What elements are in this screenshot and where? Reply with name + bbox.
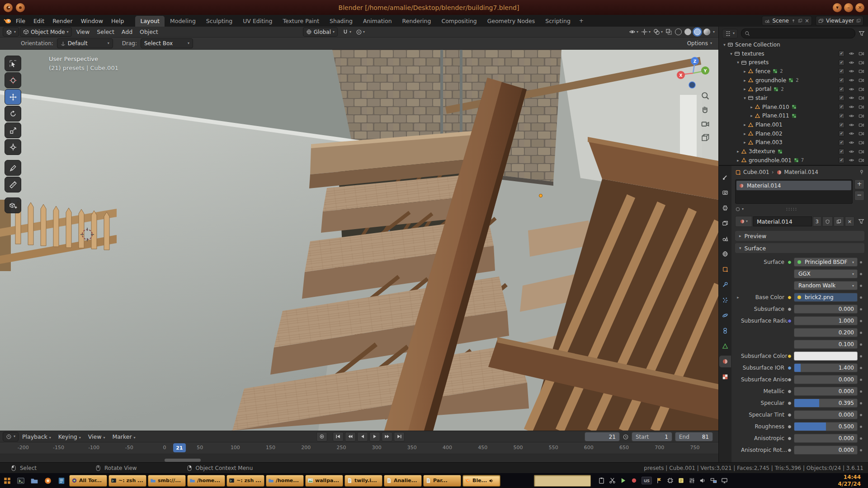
tray-clipboard-icon[interactable] [598, 477, 605, 484]
shade-window-button[interactable]: ▾ [833, 3, 842, 12]
taskbar-button-zsh[interactable]: ~: zsh ... [108, 475, 146, 487]
add-workspace-button[interactable]: + [576, 16, 587, 26]
viewport-menu-select[interactable]: Select [93, 28, 118, 35]
frame-start-field[interactable]: Start1 [632, 432, 672, 441]
snap-controls[interactable]: ▾ [342, 29, 351, 35]
outliner-search-input[interactable] [741, 28, 855, 38]
new-material-button[interactable] [834, 216, 844, 226]
auto-keying-toggle[interactable] [316, 432, 327, 441]
properties-tab-modifiers[interactable] [719, 279, 731, 291]
hide-eye-icon[interactable] [849, 104, 854, 110]
filter-icon[interactable] [859, 30, 865, 37]
slot-specials-icon[interactable] [735, 206, 741, 212]
current-frame-field[interactable]: 21 [585, 432, 620, 441]
tray-volume-icon[interactable] [699, 477, 706, 484]
viewport-menu-view[interactable]: View [73, 28, 94, 35]
properties-tab-tool[interactable] [719, 171, 731, 183]
outliner-row-presets[interactable]: ▾presets✓ [719, 58, 868, 67]
taskbar-button-alltor[interactable]: All Tor... [69, 475, 107, 487]
tool-measure-button[interactable] [5, 177, 21, 192]
jump-to-start-button[interactable] [333, 432, 344, 441]
checkbox-icon[interactable]: ✓ [839, 51, 844, 56]
outliner-row-textures[interactable]: ▾textures✓ [719, 49, 868, 58]
animate-dot[interactable] [858, 273, 864, 275]
outliner-row-stair[interactable]: ▾stair✓ [719, 94, 868, 103]
disable-render-icon[interactable] [859, 140, 864, 145]
tool-scale-button[interactable] [5, 122, 21, 138]
properties-tab-data[interactable] [719, 340, 731, 352]
menu-render[interactable]: Render [48, 15, 77, 27]
properties-tab-object[interactable] [719, 263, 731, 275]
property-field[interactable]: 0.395 [794, 399, 858, 408]
material-slot-list[interactable]: Material.014 [735, 179, 853, 204]
viewport-menu-object[interactable]: Object [136, 28, 162, 35]
disable-render-icon[interactable] [859, 131, 864, 136]
animate-dot[interactable] [858, 367, 864, 369]
tray-record-icon[interactable] [631, 477, 637, 484]
expander-icon[interactable]: ▸ [742, 140, 748, 145]
tool-rotate-button[interactable] [5, 106, 21, 122]
shading-material-button[interactable] [694, 28, 701, 35]
tab-animation[interactable]: Animation [358, 16, 397, 27]
tab-modeling[interactable]: Modeling [165, 16, 201, 27]
hide-eye-icon[interactable] [849, 77, 854, 83]
fake-user-button[interactable] [822, 216, 833, 226]
titlebar[interactable]: Blender [/home/amalie/Desktop/blender/bu… [0, 0, 868, 15]
animate-dot[interactable] [858, 261, 864, 263]
tool-options-dropdown[interactable]: Options ▾ [687, 40, 712, 47]
tab-uv-editing[interactable]: UV Editing [238, 16, 277, 27]
animate-dot[interactable] [858, 414, 864, 416]
hide-eye-icon[interactable] [849, 140, 854, 145]
property-field[interactable]: 1.400 [794, 363, 858, 372]
property-field[interactable]: GGX▾ [794, 269, 858, 278]
hide-eye-icon[interactable] [849, 68, 854, 74]
viewport-3d[interactable]: User Perspective (21) presets | Cube.001… [0, 50, 718, 431]
pan-hand-icon[interactable] [701, 105, 710, 114]
disable-render-icon[interactable] [859, 104, 864, 110]
tool-cursor-button[interactable] [5, 72, 21, 88]
jump-to-end-button[interactable] [394, 432, 405, 441]
ortho-toggle-icon[interactable] [701, 133, 710, 142]
expander-icon[interactable]: ▸ [742, 122, 748, 127]
shading-rendered-button[interactable] [703, 28, 710, 35]
properties-tab-view-layer[interactable] [719, 217, 731, 229]
gizmos-dropdown[interactable]: ▾ [641, 28, 651, 35]
outliner-row-3dtexture[interactable]: ▸3dtexture✓ [719, 147, 868, 156]
surface-panel-header[interactable]: ▾Surface [735, 243, 864, 253]
mode-selector[interactable]: Object Mode ▾ [20, 27, 72, 37]
drag-setting-dropdown[interactable]: Select Box ▾ [141, 38, 193, 48]
checkbox-icon[interactable]: ✓ [839, 157, 844, 163]
start-menu-icon[interactable] [0, 474, 14, 487]
animate-dot[interactable] [858, 320, 864, 322]
outliner-row-plane-010[interactable]: ▸Plane.010✓ [719, 103, 868, 112]
disable-render-icon[interactable] [859, 149, 864, 155]
browser-icon[interactable] [41, 474, 54, 487]
tray-play-icon[interactable] [620, 477, 627, 484]
tray-mixer-icon[interactable] [689, 477, 695, 484]
timeline-ruler[interactable]: 21 -200-150-100-500501001502002503003504… [0, 442, 718, 454]
taskbar-button-twilyi[interactable]: twily.i... [344, 475, 382, 487]
disable-render-icon[interactable] [859, 113, 864, 119]
playhead[interactable]: 21 [173, 443, 186, 452]
add-slot-button[interactable]: + [854, 179, 864, 189]
hide-eye-icon[interactable] [849, 122, 854, 128]
expander-icon[interactable]: ▸ [749, 113, 755, 118]
taskbar-button-ble[interactable]: Ble... [462, 475, 500, 487]
breadcrumb-material[interactable]: Material.014 [784, 169, 818, 175]
outliner-row-plane-011[interactable]: ▸Plane.011✓ [719, 112, 868, 121]
disable-render-icon[interactable] [859, 157, 864, 163]
property-field[interactable]: 1.000 [794, 316, 858, 325]
unlink-material-button[interactable]: × [845, 216, 854, 226]
timeline-menu-marker[interactable]: Marker ▾ [108, 433, 139, 440]
timeline-menu-keying[interactable]: Keying ▾ [55, 433, 85, 440]
xray-toggle[interactable] [665, 28, 672, 35]
filter-funnel-icon[interactable] [858, 218, 864, 225]
animate-dot[interactable] [858, 390, 864, 393]
expander-icon[interactable]: ▸ [735, 149, 741, 154]
taskbar-button-home[interactable]: /home... [266, 475, 304, 487]
expander-icon[interactable]: ▸ [742, 69, 748, 74]
properties-tab-material[interactable] [719, 356, 731, 367]
checkbox-icon[interactable]: ✓ [839, 122, 844, 128]
property-field[interactable]: Random Walk▾ [794, 281, 858, 290]
hide-eye-icon[interactable] [849, 95, 854, 101]
